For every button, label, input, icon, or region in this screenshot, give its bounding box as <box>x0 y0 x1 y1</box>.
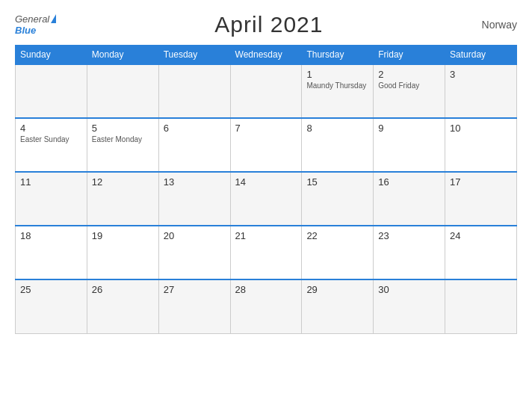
calendar-day-cell: 28 <box>230 279 302 333</box>
day-number: 20 <box>164 230 226 241</box>
day-number: 30 <box>378 284 440 295</box>
calendar-day-cell: 23 <box>374 226 445 279</box>
calendar-day-cell: 18 <box>16 226 87 279</box>
calendar-week-row: 4Easter Sunday5Easter Monday678910 <box>16 118 517 172</box>
day-number: 3 <box>450 69 512 80</box>
calendar-day-cell <box>445 279 517 333</box>
logo-general-text: General <box>15 14 49 24</box>
calendar-day-cell: 13 <box>158 172 230 226</box>
holiday-name: Maundy Thursday <box>306 81 368 90</box>
day-number: 7 <box>235 123 297 134</box>
calendar-day-cell: 24 <box>445 226 517 279</box>
calendar-day-cell: 7 <box>230 118 302 172</box>
country-label: Norway <box>482 19 517 31</box>
logo: General Blue <box>15 14 56 36</box>
day-number: 14 <box>235 176 297 188</box>
day-number: 28 <box>235 284 297 295</box>
calendar-day-cell: 10 <box>445 118 517 172</box>
calendar-week-row: 252627282930 <box>16 279 517 333</box>
day-number: 26 <box>92 284 154 295</box>
calendar-day-cell: 27 <box>158 279 230 333</box>
day-number: 8 <box>306 123 368 134</box>
day-number: 16 <box>378 176 440 188</box>
header-tuesday: Tuesday <box>158 46 230 65</box>
calendar-day-cell: 29 <box>302 279 374 333</box>
month-title: April 2021 <box>214 12 323 37</box>
calendar-day-cell <box>16 64 87 118</box>
day-number: 29 <box>306 284 368 295</box>
day-number: 11 <box>20 176 82 188</box>
calendar-day-cell: 21 <box>230 226 302 279</box>
calendar-day-cell: 8 <box>302 118 374 172</box>
calendar-day-cell: 19 <box>87 226 158 279</box>
holiday-name: Good Friday <box>378 81 440 90</box>
calendar-day-cell: 11 <box>16 172 87 226</box>
header-sunday: Sunday <box>16 46 87 65</box>
calendar-week-row: 11121314151617 <box>16 172 517 226</box>
weekday-header-row: Sunday Monday Tuesday Wednesday Thursday… <box>16 46 517 65</box>
calendar-day-cell: 14 <box>230 172 302 226</box>
calendar-day-cell: 6 <box>158 118 230 172</box>
calendar-day-cell: 16 <box>374 172 445 226</box>
day-number: 27 <box>164 284 226 295</box>
holiday-name: Easter Monday <box>92 135 154 143</box>
day-number: 6 <box>164 123 226 134</box>
day-number: 15 <box>306 176 368 188</box>
calendar-day-cell: 9 <box>374 118 445 172</box>
day-number: 25 <box>20 284 82 295</box>
day-number: 5 <box>92 123 154 134</box>
logo-blue-text: Blue <box>15 25 36 36</box>
calendar-week-row: 1Maundy Thursday2Good Friday3 <box>16 64 517 118</box>
day-number: 19 <box>92 230 154 241</box>
header-saturday: Saturday <box>445 46 517 65</box>
holiday-name: Easter Sunday <box>20 135 82 143</box>
day-number: 18 <box>20 230 82 241</box>
calendar-day-cell: 25 <box>16 279 87 333</box>
day-number: 22 <box>306 230 368 241</box>
calendar-day-cell <box>230 64 302 118</box>
calendar-day-cell: 3 <box>445 64 517 118</box>
calendar-day-cell: 1Maundy Thursday <box>302 64 374 118</box>
calendar-table: Sunday Monday Tuesday Wednesday Thursday… <box>15 45 517 334</box>
day-number: 24 <box>450 230 512 241</box>
header-monday: Monday <box>87 46 158 65</box>
header-friday: Friday <box>374 46 445 65</box>
day-number: 13 <box>164 176 226 188</box>
calendar-day-cell: 30 <box>374 279 445 333</box>
calendar-day-cell: 5Easter Monday <box>87 118 158 172</box>
day-number: 9 <box>378 123 440 134</box>
calendar-day-cell: 4Easter Sunday <box>16 118 87 172</box>
logo-triangle-icon <box>51 14 56 23</box>
day-number: 23 <box>378 230 440 241</box>
calendar-day-cell: 17 <box>445 172 517 226</box>
calendar-day-cell: 2Good Friday <box>374 64 445 118</box>
calendar-header: General Blue April 2021 Norway <box>15 12 517 37</box>
day-number: 4 <box>20 123 82 134</box>
calendar-day-cell: 22 <box>302 226 374 279</box>
calendar-day-cell: 20 <box>158 226 230 279</box>
header-thursday: Thursday <box>302 46 374 65</box>
day-number: 17 <box>450 176 512 188</box>
calendar-week-row: 18192021222324 <box>16 226 517 279</box>
calendar-day-cell <box>87 64 158 118</box>
header-wednesday: Wednesday <box>230 46 302 65</box>
day-number: 21 <box>235 230 297 241</box>
day-number: 10 <box>450 123 512 134</box>
calendar-day-cell: 15 <box>302 172 374 226</box>
day-number: 12 <box>92 176 154 188</box>
calendar-day-cell: 12 <box>87 172 158 226</box>
calendar-day-cell: 26 <box>87 279 158 333</box>
day-number: 1 <box>306 69 368 80</box>
day-number: 2 <box>378 69 440 80</box>
calendar-day-cell <box>158 64 230 118</box>
calendar-container: General Blue April 2021 Norway Sunday Mo… <box>0 0 532 411</box>
